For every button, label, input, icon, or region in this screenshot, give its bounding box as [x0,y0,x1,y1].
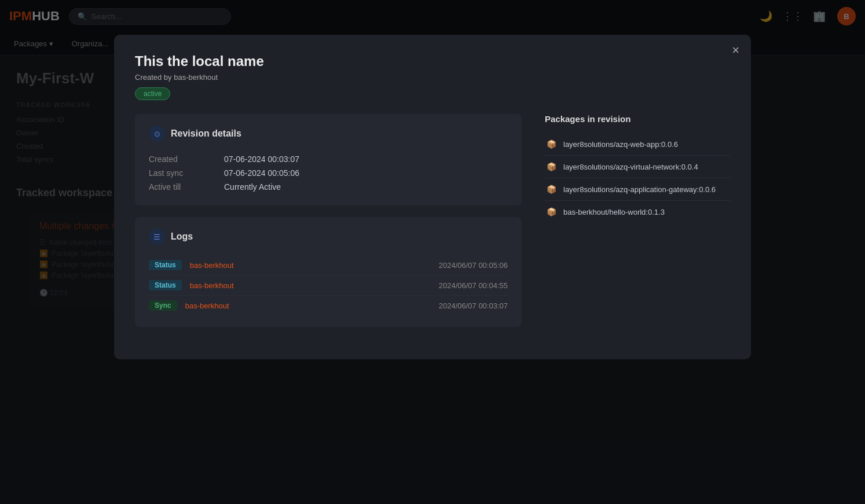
modal-title: This the local name [135,53,730,69]
revision-label-created: Created [149,154,212,164]
package-icon-3: 📦 [545,205,558,218]
package-icon-2: 📦 [545,183,558,196]
package-name-1: layer8solutions/azq-virtual-network:0.0.… [563,163,698,171]
package-icon-0: 📦 [545,138,558,150]
logs-icon: ☰ [149,229,165,245]
log-entry-1: Status bas-berkhout 2024/06/07 00:04:55 [149,275,508,295]
log-badge-0: Status [149,260,182,270]
revision-value-lastsync: 07-06-2024 00:05:06 [224,168,299,178]
logs-list: Status bas-berkhout 2024/06/07 00:05:06 … [149,255,508,315]
revision-row-created: Created 07-06-2024 00:03:07 [149,152,508,166]
modal-right: Packages in revision 📦 layer8solutions/a… [545,114,730,339]
log-user-1: bas-berkhout [190,281,431,290]
logs-card: ☰ Logs Status bas-berkhout 2024/06/07 00… [135,217,522,327]
modal-close-button[interactable]: × [732,44,739,57]
log-time-0: 2024/06/07 00:05:06 [439,261,508,270]
log-badge-1: Status [149,280,182,290]
logs-section-header: ☰ Logs [149,229,508,245]
modal: × This the local name Created by bas-ber… [114,35,751,359]
modal-overlay[interactable]: × This the local name Created by bas-ber… [0,0,865,504]
package-item-2[interactable]: 📦 layer8solutions/azq-application-gatewa… [545,178,730,201]
package-item-3[interactable]: 📦 bas-berkhout/hello-world:0.1.3 [545,201,730,223]
log-user-2: bas-berkhout [185,301,431,310]
revision-icon: ⊙ [149,126,165,142]
packages-list: 📦 layer8solutions/azq-web-app:0.0.6 📦 la… [545,133,730,223]
package-item-1[interactable]: 📦 layer8solutions/azq-virtual-network:0.… [545,156,730,178]
modal-status-badge: active [135,87,170,100]
log-entry-2: Sync bas-berkhout 2024/06/07 00:03:07 [149,295,508,315]
package-name-2: layer8solutions/azq-application-gateway:… [563,185,716,194]
revision-value-created: 07-06-2024 00:03:07 [224,154,299,164]
package-name-3: bas-berkhout/hello-world:0.1.3 [563,208,665,216]
modal-body: ⊙ Revision details Created 07-06-2024 00… [135,114,730,339]
package-name-0: layer8solutions/azq-web-app:0.0.6 [563,140,678,149]
logs-section-title: Logs [171,231,193,242]
log-time-2: 2024/06/07 00:03:07 [439,301,508,310]
revision-label-lastsync: Last sync [149,168,212,178]
revision-section-header: ⊙ Revision details [149,126,508,142]
packages-title: Packages in revision [545,114,730,124]
revision-details-card: ⊙ Revision details Created 07-06-2024 00… [135,114,522,205]
revision-value-activetill: Currently Active [224,182,281,192]
package-item-0[interactable]: 📦 layer8solutions/azq-web-app:0.0.6 [545,133,730,156]
log-badge-2: Sync [149,300,177,311]
modal-subtitle: Created by bas-berkhout [135,73,730,82]
revision-section-title: Revision details [171,128,241,139]
package-icon-1: 📦 [545,160,558,173]
modal-left: ⊙ Revision details Created 07-06-2024 00… [135,114,522,339]
revision-label-activetill: Active till [149,182,212,192]
revision-table: Created 07-06-2024 00:03:07 Last sync 07… [149,152,508,194]
log-user-0: bas-berkhout [190,261,431,270]
revision-row-lastsync: Last sync 07-06-2024 00:05:06 [149,166,508,180]
revision-row-activetill: Active till Currently Active [149,180,508,194]
log-time-1: 2024/06/07 00:04:55 [439,281,508,290]
log-entry-0: Status bas-berkhout 2024/06/07 00:05:06 [149,255,508,275]
